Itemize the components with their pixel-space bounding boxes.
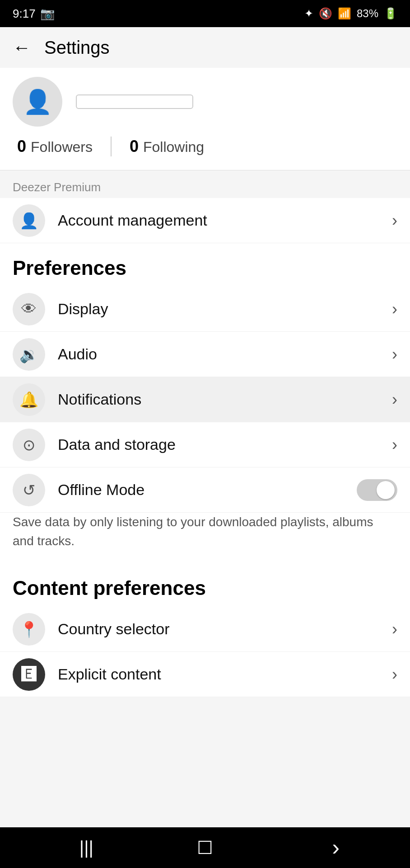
wifi-icon: 📶 [338, 7, 351, 20]
time-display: 9:17 [13, 7, 36, 21]
eye-icon: 👁 [21, 300, 37, 318]
account-management-label: Account management [58, 212, 392, 229]
country-chevron-icon: › [392, 620, 397, 639]
offline-toggle[interactable] [357, 479, 397, 501]
profile-section: 👤 0 Followers 0 Following [0, 68, 410, 170]
following-label: Following [143, 139, 204, 156]
nav-forward-button[interactable]: ‹ [308, 834, 340, 861]
status-bar: 9:17 📷 ✦ 🔇 📶 83% 🔋 [0, 0, 410, 27]
notifications-icon-wrap: 🔔 [13, 383, 45, 416]
data-chevron-icon: › [392, 435, 397, 454]
display-chevron-icon: › [392, 300, 397, 319]
followers-label: Followers [31, 139, 93, 156]
country-selector-label: Country selector [58, 620, 392, 638]
profile-top: 👤 [13, 77, 397, 127]
user-icon: 👤 [23, 88, 52, 116]
explicit-icon: 🅴 [21, 665, 37, 683]
top-bar: ← Settings [0, 27, 410, 68]
followers-stat: 0 Followers [17, 137, 106, 156]
back-button[interactable]: ← [13, 38, 31, 57]
explicit-icon-wrap: 🅴 [13, 658, 45, 691]
location-icon: 📍 [19, 620, 38, 638]
following-count: 0 [130, 137, 139, 156]
account-management-item[interactable]: 👤 Account management › [0, 198, 410, 243]
display-item[interactable]: 👁 Display › [0, 287, 410, 332]
download-icon: ⊙ [23, 436, 35, 454]
account-chevron-icon: › [392, 211, 397, 230]
battery-display: 83% [357, 7, 378, 20]
bluetooth-icon: ✦ [304, 7, 313, 20]
status-right: ✦ 🔇 📶 83% 🔋 [304, 7, 397, 20]
explicit-content-label: Explicit content [58, 665, 392, 683]
followers-count: 0 [17, 137, 26, 156]
explicit-content-item[interactable]: 🅴 Explicit content › [0, 652, 410, 697]
display-label: Display [58, 300, 392, 318]
nav-back-button[interactable]: ||| [70, 834, 102, 861]
content-preferences-heading: Content preferences [0, 563, 410, 607]
country-selector-item[interactable]: 📍 Country selector › [0, 607, 410, 652]
offline-toggle-wrap[interactable] [357, 479, 397, 501]
follow-stats: 0 Followers 0 Following [13, 137, 397, 156]
offline-mode-label: Offline Mode [58, 481, 357, 499]
camera-icon: 📷 [40, 7, 55, 21]
following-stat: 0 Following [116, 137, 218, 156]
offline-icon: ↺ [23, 481, 35, 499]
data-storage-label: Data and storage [58, 436, 392, 453]
account-icon-wrap: 👤 [13, 204, 45, 237]
audio-icon-wrap: 🔉 [13, 338, 45, 371]
country-icon-wrap: 📍 [13, 613, 45, 646]
audio-label: Audio [58, 345, 392, 363]
offline-mode-item[interactable]: ↺ Offline Mode [0, 467, 410, 513]
data-storage-item[interactable]: ⊙ Data and storage › [0, 422, 410, 467]
display-icon-wrap: 👁 [13, 293, 45, 326]
preferences-heading: Preferences [0, 243, 410, 287]
bell-icon: 🔔 [19, 391, 38, 409]
deezer-premium-label: Deezer Premium [0, 170, 410, 198]
audio-chevron-icon: › [392, 345, 397, 364]
mute-icon: 🔇 [319, 7, 332, 20]
audio-item[interactable]: 🔉 Audio › [0, 332, 410, 377]
data-icon-wrap: ⊙ [13, 429, 45, 461]
nav-bar: ||| ☐ ‹ [0, 827, 410, 868]
page-title: Settings [44, 38, 110, 58]
toggle-knob [377, 481, 395, 499]
account-icon: 👤 [19, 212, 38, 230]
offline-icon-wrap: ↺ [13, 474, 45, 506]
offline-description: Save data by only listening to your down… [0, 513, 410, 563]
notifications-item[interactable]: 🔔 Notifications › [0, 377, 410, 422]
status-left: 9:17 📷 [13, 7, 55, 21]
notifications-chevron-icon: › [392, 390, 397, 409]
notifications-label: Notifications [58, 391, 392, 408]
nav-home-button[interactable]: ☐ [189, 834, 221, 861]
avatar: 👤 [13, 77, 62, 127]
battery-icon: 🔋 [384, 7, 397, 20]
explicit-chevron-icon: › [392, 665, 397, 684]
audio-icon: 🔉 [19, 345, 38, 363]
username-box[interactable] [76, 94, 193, 109]
stat-divider [111, 137, 112, 156]
